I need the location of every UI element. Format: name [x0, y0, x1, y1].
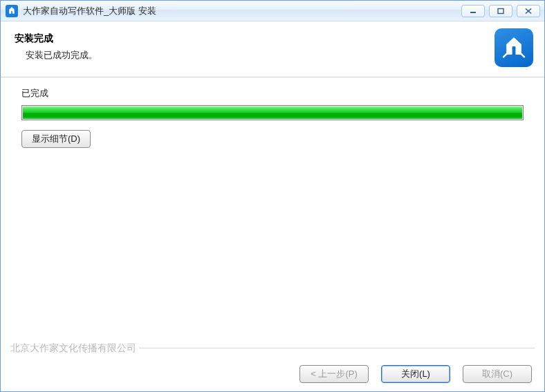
- footer-buttons: < 上一步(P) 关闭(L) 取消(C): [299, 365, 532, 383]
- close-icon: [524, 8, 533, 15]
- maximize-button[interactable]: [489, 5, 512, 17]
- progress-bar: [21, 105, 524, 120]
- title-bar[interactable]: 大作家自动写作软件_大师版 安装: [1, 1, 544, 21]
- header-text: 安装完成 安装已成功完成。: [15, 28, 486, 62]
- close-button[interactable]: 关闭(L): [381, 365, 450, 383]
- svg-point-6: [512, 46, 515, 48]
- app-icon-small: [5, 4, 19, 18]
- svg-point-1: [11, 12, 12, 14]
- header-area: 安装完成 安装已成功完成。: [1, 21, 544, 77]
- window-title: 大作家自动写作软件_大师版 安装: [23, 5, 156, 17]
- show-details-button[interactable]: 显示细节(D): [21, 130, 91, 148]
- maximize-icon: [497, 8, 505, 15]
- branding-text: 北京大作家文化传播有限公司: [10, 342, 139, 355]
- pen-crown-icon: [500, 34, 528, 62]
- app-icon-large: [495, 28, 533, 67]
- install-complete-subheading: 安装已成功完成。: [15, 49, 486, 62]
- cancel-button: 取消(C): [463, 365, 532, 383]
- progress-bar-fill: [23, 106, 522, 119]
- minimize-button[interactable]: [461, 5, 485, 17]
- minimize-icon: [469, 8, 477, 15]
- progress-status-label: 已完成: [21, 87, 524, 100]
- back-button: < 上一步(P): [299, 365, 369, 383]
- close-window-button[interactable]: [517, 5, 540, 17]
- install-complete-heading: 安装完成: [15, 32, 486, 45]
- window-controls: [461, 5, 540, 17]
- svg-rect-3: [498, 8, 504, 13]
- installer-window: 大作家自动写作软件_大师版 安装 安装完成 安装已成功完成。: [0, 0, 545, 392]
